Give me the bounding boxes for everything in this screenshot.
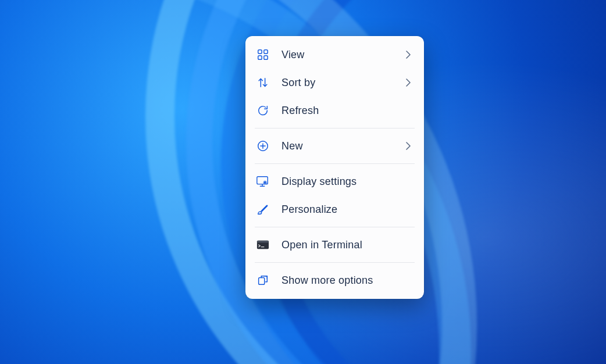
svg-rect-0 <box>258 50 262 53</box>
terminal-icon <box>256 238 270 252</box>
show-more-options-icon <box>256 273 270 287</box>
menu-item-open-in-terminal[interactable]: Open in Terminal <box>249 231 420 259</box>
svg-rect-8 <box>257 241 269 243</box>
menu-separator <box>255 163 415 164</box>
menu-item-label: View <box>281 49 403 61</box>
desktop-wallpaper[interactable]: View Sort by <box>0 0 606 364</box>
menu-item-sort-by[interactable]: Sort by <box>249 69 420 97</box>
sort-arrows-icon <box>256 76 270 90</box>
svg-point-6 <box>265 182 266 183</box>
menu-item-personalize[interactable]: Personalize <box>249 195 420 223</box>
menu-item-show-more-options[interactable]: Show more options <box>249 266 420 294</box>
svg-rect-3 <box>264 56 268 59</box>
svg-rect-9 <box>259 277 265 284</box>
svg-rect-2 <box>258 56 262 59</box>
menu-item-view[interactable]: View <box>249 41 420 69</box>
menu-item-label: Display settings <box>281 176 413 188</box>
chevron-right-icon <box>403 78 413 87</box>
svg-rect-1 <box>264 50 268 53</box>
menu-separator <box>255 262 415 263</box>
menu-separator <box>255 227 415 227</box>
chevron-right-icon <box>403 51 413 59</box>
desktop-context-menu: View Sort by <box>245 36 424 299</box>
menu-item-new[interactable]: New <box>249 132 420 160</box>
refresh-icon <box>256 104 270 117</box>
view-grid-icon <box>256 48 270 62</box>
menu-item-label: New <box>281 140 403 152</box>
svg-rect-5 <box>257 177 268 184</box>
chevron-right-icon <box>403 142 413 150</box>
menu-item-label: Show more options <box>281 274 413 287</box>
display-settings-icon <box>256 174 270 188</box>
menu-item-refresh[interactable]: Refresh <box>249 97 420 124</box>
menu-item-label: Refresh <box>281 105 413 117</box>
menu-item-display-settings[interactable]: Display settings <box>249 167 420 195</box>
new-plus-icon <box>256 139 270 153</box>
personalize-paintbrush-icon <box>256 202 270 216</box>
menu-separator <box>255 128 415 129</box>
menu-item-label: Personalize <box>281 204 413 216</box>
menu-item-label: Sort by <box>281 77 403 89</box>
menu-item-label: Open in Terminal <box>281 239 413 251</box>
